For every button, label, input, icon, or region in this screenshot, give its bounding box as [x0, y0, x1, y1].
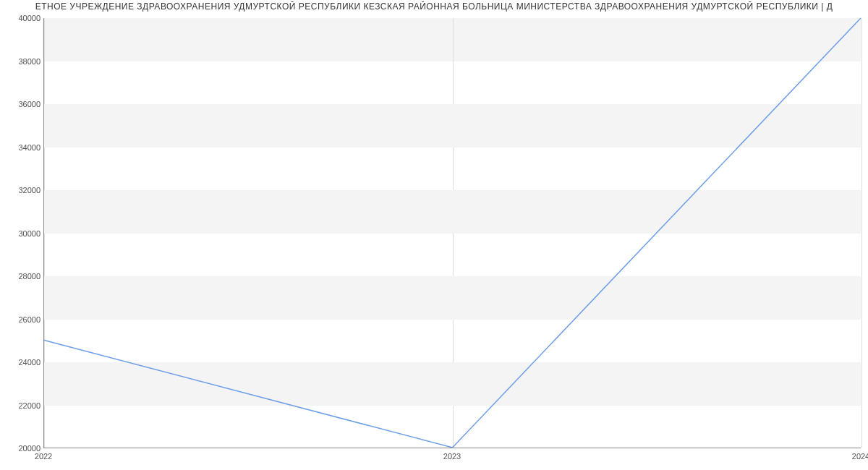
y-tick-label: 36000	[4, 100, 41, 108]
y-tick-label: 26000	[4, 315, 41, 324]
plot-area	[43, 18, 861, 448]
x-gridline	[861, 18, 862, 448]
y-tick-label: 22000	[4, 401, 41, 410]
x-tick-label: 2022	[35, 452, 52, 461]
chart-title: ЕТНОЕ УЧРЕЖДЕНИЕ ЗДРАВООХРАНЕНИЯ УДМУРТС…	[0, 1, 868, 12]
y-tick-label: 34000	[4, 143, 41, 152]
x-tick-label: 2024	[852, 452, 868, 461]
y-tick-label: 24000	[4, 358, 41, 367]
y-tick-label: 28000	[4, 272, 41, 281]
y-tick-label: 40000	[4, 14, 41, 22]
line-series	[44, 18, 861, 448]
chart-container: ЕТНОЕ УЧРЕЖДЕНИЕ ЗДРАВООХРАНЕНИЯ УДМУРТС…	[0, 0, 868, 470]
y-tick-label: 30000	[4, 229, 41, 238]
y-tick-label: 38000	[4, 57, 41, 66]
y-tick-label: 32000	[4, 186, 41, 195]
x-tick-label: 2023	[443, 452, 461, 461]
